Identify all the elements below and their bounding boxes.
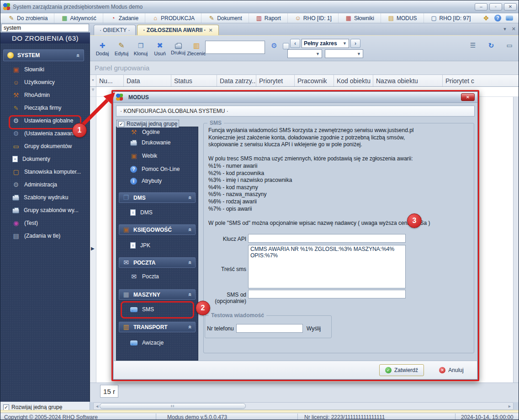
expand-one-group-checkbox[interactable]: ✓ [3, 404, 9, 410]
sidebar-search-input[interactable] [1, 24, 89, 32]
dialog-nav-jpk[interactable]: JPK [117, 239, 199, 252]
tab-close-all-icon[interactable]: ✕ [512, 26, 516, 32]
refresh-icon[interactable] [487, 42, 495, 49]
choose-columns-icon[interactable] [469, 42, 477, 49]
modus-dialog-annotation-border: MODUS ✕ · KONFIGURACJA GLOBALNA SYSTEMU … [111, 90, 479, 381]
dialog-nav-group-poczta[interactable]: POCZTA« [119, 257, 196, 268]
phone-input[interactable] [236, 324, 303, 333]
sidebar-item-slowniki[interactable]: Słowniki [0, 63, 90, 76]
dialog-nav-group-transport[interactable]: TRANSPORT« [119, 322, 196, 332]
dialog-nav-drukowanie[interactable]: Drukowanie [117, 136, 199, 149]
menu-produkcja[interactable]: PRODUKCJA [145, 13, 201, 23]
range-select[interactable]: Pełny zakres▼ [302, 39, 349, 48]
vertical-scrollbar[interactable] [513, 97, 519, 383]
group-by-panel[interactable]: Panel grupowania [90, 61, 519, 75]
filter-pin-icon: ▿ [90, 87, 96, 96]
sidebar-item-grupy-dokumentow[interactable]: Grupy dokumentów [0, 140, 90, 153]
sidebar-item-pieczatka[interactable]: Pieczątka firmy [0, 101, 90, 114]
column-header-priorytet[interactable]: Priorytet [256, 75, 295, 86]
dialog-nav-group-dms[interactable]: DMS« [119, 192, 196, 203]
add-button[interactable]: Dodaj [93, 39, 112, 59]
menu-aktywnosc[interactable]: Aktywność [54, 13, 103, 23]
sidebar-item-uzytkownicy[interactable]: Użytkownicy [0, 76, 90, 89]
sidebar-item-szablony-wydruku[interactable]: Szablony wydruku [0, 191, 90, 204]
column-header-priorytet-c[interactable]: Priorytet c [443, 75, 519, 86]
range-next-button[interactable]: › [350, 39, 360, 48]
sidebar-group-system[interactable]: SYSTEM « [3, 49, 84, 61]
column-header-data-zatrzymania[interactable]: Data zatrzy... [217, 75, 256, 86]
order-button[interactable]: Zlecenie [187, 39, 206, 59]
scroll-left-icon[interactable]: ◄ [95, 404, 99, 409]
menu-rho-1[interactable]: RHO [ID: 1] [288, 13, 339, 23]
record-count-box[interactable]: 15 r [100, 385, 118, 398]
column-header-kod-obiektu[interactable]: Kod obiektu [334, 75, 373, 86]
delete-button[interactable]: Usuń [150, 39, 169, 59]
edit-button[interactable]: Edytuj [112, 39, 131, 59]
help-icon[interactable]: ? [494, 15, 501, 21]
tab-close-icon[interactable]: ✕ [209, 27, 213, 33]
tab-obiekty[interactable]: · OBIEKTY · [94, 25, 136, 35]
sms-sender-input[interactable] [248, 290, 406, 298]
column-header-status[interactable]: Status [171, 75, 217, 86]
menu-raport[interactable]: Raport [249, 13, 288, 23]
scrollbar-thumb[interactable]: ‖‖ [100, 403, 246, 409]
sms-body-textarea[interactable]: CMMS AWARIA NR %1% ZGLOSIL:%3% MASZYNA:%… [248, 245, 406, 288]
print-button[interactable]: Drukuj [169, 39, 188, 59]
menu-zadanie[interactable]: Zadanie [103, 13, 145, 23]
clone-button[interactable]: Klonuj [131, 39, 150, 59]
menu-rho-97[interactable]: RHO [ID: 97] [424, 13, 477, 23]
close-button[interactable]: ✕ [504, 3, 517, 11]
horizontal-scrollbar[interactable]: ◄ ‖‖ ► [93, 402, 514, 410]
dialog-nav-awizacje[interactable]: Awizacje [117, 336, 199, 350]
window-icon [122, 194, 130, 201]
filter-select-2[interactable]: ▼ [325, 49, 363, 58]
dialog-nav-poczta[interactable]: Poczta [117, 270, 199, 283]
grid-corner[interactable]: * [90, 75, 96, 86]
sidebar-item-administracja[interactable]: Administracja [0, 178, 90, 191]
filter-select-1[interactable]: ▼ [287, 49, 322, 58]
sidebar-item-stanowiska[interactable]: Stanowiska komputer... [0, 165, 90, 178]
paint-icon[interactable] [482, 15, 490, 22]
sidebar: SYSTEM « Słowniki Użytkownicy RhoAdmin P… [0, 43, 90, 402]
sidebar-item-rhoadmin[interactable]: RhoAdmin [0, 89, 90, 101]
menu-do-zrobienia[interactable]: Do zrobienia [5, 13, 54, 23]
row-marker-icon: ▶ [91, 246, 95, 251]
column-header-data[interactable]: Data [124, 75, 171, 86]
dialog-close-button[interactable]: ✕ [461, 93, 475, 101]
sidebar-item-grupy-szablonow[interactable]: Grupy szablonów wy... [0, 204, 90, 217]
todo-header: DO ZROBIENIA (63) [0, 32, 90, 43]
column-header-nazwa-obiektu[interactable]: Nazwa obiektu [373, 75, 443, 86]
maximize-button[interactable]: ▫ [489, 3, 502, 11]
api-key-input[interactable] [248, 234, 406, 243]
sidebar-item-dokumenty[interactable]: Dokumenty [0, 153, 90, 165]
monitor-icon [12, 169, 20, 175]
send-test-button[interactable]: Wyślij [307, 325, 328, 332]
dialog-nav-webik[interactable]: Webik [117, 149, 199, 163]
dialog-nav-dms[interactable]: DMS [117, 206, 199, 219]
range-prev-button[interactable]: ‹ [290, 39, 300, 48]
tab-zgloszenia-awarii[interactable]: · ZGŁOSZENIA AWARII ·✕ [137, 25, 218, 35]
cancel-button[interactable]: ✕ Anuluj [432, 364, 471, 376]
filter-checkbox[interactable] [283, 43, 289, 49]
quick-search-input[interactable] [205, 41, 265, 54]
scroll-right-icon[interactable]: ► [508, 404, 512, 409]
dialog-nav-atrybuty[interactable]: iAtrybuty [117, 174, 199, 188]
activity-icon [61, 15, 68, 21]
sidebar-item-zadania-w-tle[interactable]: (Zadania w tle) [0, 229, 90, 242]
folder-icon [12, 143, 20, 150]
filter-gear-icon[interactable] [270, 42, 278, 49]
column-header-pracownik[interactable]: Pracownik [295, 75, 334, 86]
menu-slowniki[interactable]: Słowniki [339, 13, 381, 23]
menu-dokument[interactable]: Dokument [201, 13, 249, 23]
dialog-nav-group-ksiegowosc[interactable]: KSIĘGOWOŚĆ« [119, 224, 196, 235]
tab-list-dropdown-icon[interactable]: ▾ [503, 26, 506, 32]
dialog-nav-group-maszyny[interactable]: MASZYNY« [119, 289, 196, 300]
dialog-expand-one-group-checkbox[interactable]: ✓ [118, 121, 124, 127]
column-header-numer[interactable]: Nu... [96, 75, 124, 86]
sidebar-item-test[interactable]: (Test) [0, 217, 90, 229]
best-fit-icon[interactable] [506, 42, 513, 49]
menu-modus[interactable]: MODUS [381, 13, 424, 23]
confirm-button[interactable]: ✓ Zatwierdź [379, 364, 424, 376]
minimize-button[interactable]: – [475, 3, 487, 11]
chat-icon[interactable] [506, 16, 513, 21]
